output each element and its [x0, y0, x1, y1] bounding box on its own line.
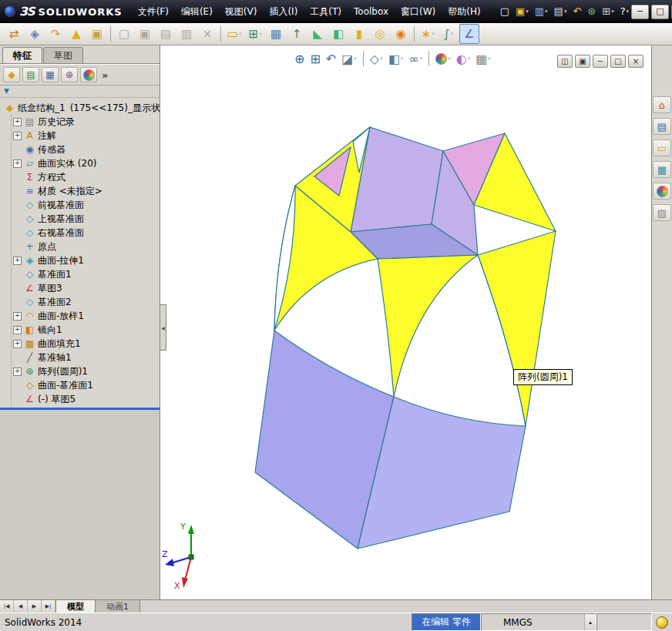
tree-item[interactable]: ◇基准面2: [13, 295, 158, 309]
tree-item[interactable]: ∠草图3: [13, 281, 158, 295]
model-3d-view[interactable]: [160, 45, 651, 599]
tree-item[interactable]: ◇上视基准面: [13, 212, 158, 226]
menu-item-2[interactable]: 编辑(E): [175, 0, 219, 23]
panel-splitter-handle[interactable]: ◀: [160, 304, 166, 351]
view-orientation-icon[interactable]: ◇▾: [368, 50, 385, 67]
print-icon[interactable]: ▤▾: [552, 4, 570, 19]
swap-arrows-icon[interactable]: ⇄: [4, 24, 24, 44]
tree-item[interactable]: +⊛阵列(圆周)1: [13, 364, 158, 378]
tree-item[interactable]: +◧镜向1: [13, 323, 158, 337]
extrude-icon[interactable]: ▮: [349, 24, 369, 44]
grid-system-icon[interactable]: ▦: [266, 24, 286, 44]
notification-icon[interactable]: ▲: [66, 24, 86, 44]
tree-item[interactable]: +▱曲面实体 (20): [13, 156, 158, 170]
tab-animation[interactable]: 动画1: [96, 600, 140, 613]
first-doc-button[interactable]: |◀: [0, 600, 14, 613]
tree-item[interactable]: +◠曲面-放样1: [13, 309, 158, 323]
tree-item[interactable]: +◈曲面-拉伸1: [13, 253, 158, 267]
split-view-icon[interactable]: ◫: [557, 55, 573, 68]
badge-icon[interactable]: ◉: [391, 24, 411, 44]
spline-icon[interactable]: ∫▾: [438, 24, 459, 44]
tree-item[interactable]: ◇基准面1: [13, 267, 158, 281]
tab-model[interactable]: 模型: [55, 600, 96, 613]
doc-minimize-button[interactable]: −: [593, 55, 608, 68]
solid-box-icon[interactable]: ◧: [328, 24, 348, 44]
expand-icon[interactable]: +: [13, 132, 22, 140]
new-document-icon[interactable]: ▢: [498, 4, 512, 19]
hide-show-items-icon[interactable]: ∞▾: [407, 50, 424, 67]
last-doc-button[interactable]: ▶|: [42, 600, 55, 613]
sw-resources-icon[interactable]: ⌂: [653, 96, 671, 113]
graphics-area[interactable]: ⊕⊞↶◪▾◇▾◧▾∞▾▾◐▾▦▾ ◫▣−□× 阵列(圆周)1 Y Z X ◀: [160, 45, 651, 599]
menu-item-6[interactable]: Toolbox: [348, 0, 395, 23]
custom-properties-icon[interactable]: ▨: [653, 204, 671, 221]
tree-item[interactable]: ∠(-) 草图5: [13, 392, 158, 406]
help-icon[interactable]: ?▾: [618, 4, 631, 19]
export-icon[interactable]: ↑: [287, 24, 307, 44]
display-manager-tab-icon[interactable]: [80, 67, 97, 82]
file-explorer-icon[interactable]: ▭: [653, 139, 671, 156]
tree-item[interactable]: +A注解: [13, 129, 158, 143]
spark-icon[interactable]: ∗▾: [418, 24, 438, 44]
expand-icon[interactable]: +: [13, 312, 22, 321]
overflow-chevron-icon[interactable]: »: [99, 69, 110, 81]
property-manager-tab-icon[interactable]: ▤: [22, 67, 39, 82]
doc-restore-button[interactable]: □: [610, 55, 626, 68]
display-pane-icon[interactable]: ▣: [575, 55, 590, 68]
units-dropdown-icon[interactable]: ▴: [584, 614, 596, 630]
next-doc-button[interactable]: ▶: [28, 600, 42, 613]
tree-item[interactable]: ◇右视基准面: [13, 226, 158, 240]
menu-item-7[interactable]: 窗口(W): [395, 0, 442, 23]
filter-funnel-icon[interactable]: ▼: [4, 86, 9, 97]
menu-item-3[interactable]: 视图(V): [219, 0, 264, 23]
prev-doc-button[interactable]: ◀: [14, 600, 28, 613]
appearances-icon[interactable]: [653, 183, 671, 200]
expand-icon[interactable]: +: [13, 340, 22, 348]
menu-item-4[interactable]: 插入(I): [263, 0, 304, 23]
section-view-icon[interactable]: ◪▾: [340, 50, 358, 67]
tab-sketch[interactable]: 草图: [43, 47, 83, 63]
tab-features[interactable]: 特征: [2, 47, 42, 63]
view-settings-icon[interactable]: ▦▾: [474, 50, 492, 67]
package-icon[interactable]: ▣: [87, 24, 107, 44]
open-document-icon[interactable]: ▣▾: [513, 4, 531, 19]
redo-icon[interactable]: ↷: [45, 24, 66, 44]
tree-item[interactable]: Σ方程式: [13, 170, 158, 184]
apply-scene-icon[interactable]: ◐▾: [455, 50, 472, 67]
status-units[interactable]: MMGS ▴: [481, 613, 596, 631]
move-component-icon[interactable]: ◈: [25, 24, 45, 44]
previous-view-icon[interactable]: ↶: [324, 50, 338, 67]
tree-item[interactable]: +▤历史记录: [13, 115, 158, 129]
menu-item-5[interactable]: 工具(T): [304, 0, 348, 23]
measure-icon[interactable]: ∠: [459, 24, 479, 44]
expand-icon[interactable]: +: [13, 326, 22, 334]
expand-icon[interactable]: +: [13, 368, 22, 376]
expand-icon[interactable]: +: [13, 159, 22, 168]
doc-close-button[interactable]: ×: [628, 55, 643, 68]
save-icon[interactable]: ▥▾: [533, 4, 550, 19]
tree-item[interactable]: ≡材质 <未指定>: [13, 184, 158, 198]
zoom-area-icon[interactable]: ⊞: [308, 50, 321, 67]
status-help-area[interactable]: [652, 613, 672, 631]
tree-item[interactable]: ╱基准轴1: [13, 351, 158, 364]
feature-manager-tab-icon[interactable]: ◆: [3, 67, 20, 82]
tree-item[interactable]: +▦曲面填充1: [13, 337, 158, 351]
undo-icon[interactable]: ↶: [570, 4, 583, 19]
menu-item-8[interactable]: 帮助(H): [442, 0, 486, 23]
rebuild-icon[interactable]: ⊛: [585, 4, 598, 19]
expand-icon[interactable]: +: [13, 257, 22, 265]
dimxpert-manager-tab-icon[interactable]: ⊕: [61, 67, 78, 82]
view-palette-icon[interactable]: ▦: [653, 161, 671, 178]
options-icon[interactable]: ⊞▾: [600, 4, 616, 19]
tree-root-item[interactable]: ◆ 纸盒结构_1 (175<<175)_显示状: [4, 101, 158, 115]
edit-appearance-icon[interactable]: ▾: [434, 50, 452, 67]
open-folder-icon[interactable]: ▭▾: [224, 24, 244, 44]
revolve-icon[interactable]: ◎: [370, 24, 390, 44]
design-table-icon[interactable]: ⊞▾: [245, 24, 265, 44]
configuration-manager-tab-icon[interactable]: ▦: [42, 67, 59, 82]
menu-item-1[interactable]: 文件(F): [132, 0, 175, 23]
minimize-button[interactable]: −: [631, 5, 649, 19]
tree-item[interactable]: +原点: [13, 240, 158, 253]
flag-icon[interactable]: ◣: [307, 24, 328, 44]
display-style-icon[interactable]: ◧▾: [387, 50, 405, 67]
